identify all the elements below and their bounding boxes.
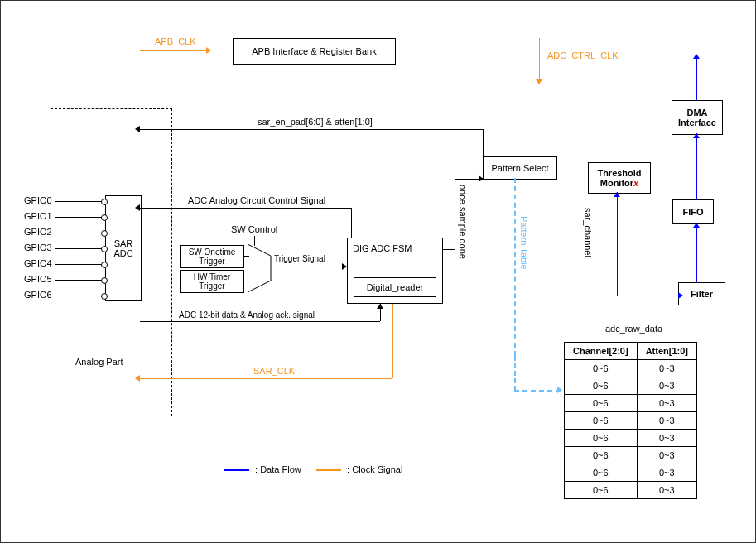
gpio5-label: GPIO5 [24,274,52,284]
pin-circle [101,230,108,237]
fifo-up-arrow [693,133,700,138]
pattern-select-text: Pattern Select [491,163,548,173]
gpio6-label: GPIO6 [24,290,52,300]
dma-out-arrow [693,54,700,59]
gpio1-line [55,217,105,218]
adc-ctrl-clk-label: ADC_CTRL_CLK [547,50,619,60]
pattern-table: Channel[2:0]Atten[1:0] 0~60~3 0~60~3 0~6… [564,342,697,499]
raw-arrow-right [678,292,683,299]
sar-clk-arrow [135,375,140,382]
sarenpad-label: sar_en_pad[6:0] & atten[1:0] [258,117,373,127]
td: 0~6 [565,464,638,482]
legend-clock-text: : Clock Signal [347,464,402,474]
mux-out-line [271,267,342,267]
pattern-dash-v2 [514,356,516,391]
gpio0-label: GPIO0 [24,195,52,205]
apb-interface-block: APB Interface & Register Bank [233,38,396,65]
raw-branch-up2 [580,271,580,296]
pin-circle [101,293,108,300]
adc-analog-arrow [135,204,140,211]
filter-block: Filter [678,282,725,305]
pin-circle [101,199,108,205]
fifo-up-line [696,133,697,199]
dig-fsm-text: DIG ADC FSM [353,243,412,253]
svg-marker-0 [248,244,271,292]
filter-text: Filter [691,289,713,299]
gpio3-label: GPIO3 [24,243,52,252]
th-atten: Atten[1:0] [637,343,696,360]
adc12-label: ADC 12-bit data & Analog ack. signal [179,310,315,320]
hw-timer-block: HW Timer Trigger [180,270,244,293]
gpio4-label: GPIO4 [24,258,52,268]
threshold-up-line [617,192,618,271]
gpio2-line [55,233,105,233]
pin-circle [101,214,108,221]
adc-ctrl-clk-arrow [536,79,542,84]
legend: : Data Flow : Clock Signal [224,464,402,474]
sw-onetime-text: SW Onetime Trigger [189,247,236,266]
th-channel: Channel[2:0] [565,343,638,360]
filter-up-arrow [693,223,700,228]
diagram-canvas: APB_CLK APB Interface & Register Bank AD… [0,0,756,543]
digital-reader-block: Digital_reader [354,277,436,297]
raw-label: adc_raw_data [605,324,662,334]
once-sample-hshort [443,249,455,250]
td: 0~6 [565,482,638,499]
analog-label: Analog Part [75,357,123,367]
digital-reader-text: Digital_reader [367,282,423,292]
td: 0~6 [565,412,638,430]
pin-circle [101,246,108,252]
gpio1-label: GPIO1 [24,211,52,221]
pattern-dash-v [514,178,516,356]
pin-circle [101,262,108,268]
dma-text: DMA Interface [672,108,722,127]
mux-icon [248,244,277,292]
fifo-block: FIFO [672,199,714,224]
dma-out-line [696,59,697,100]
td: 0~3 [637,412,696,430]
once-sample-vline [455,179,455,249]
td: 0~6 [565,377,638,395]
adc12-line [140,321,380,322]
sar-clk-label: SAR_CLK [253,366,295,376]
filter-up-line [696,223,697,282]
legend-data-line [224,469,249,471]
td: 0~3 [637,447,696,464]
sar-clk-vline [392,304,393,378]
td: 0~3 [637,377,696,395]
sw-onetime-block: SW Onetime Trigger [180,245,244,268]
legend-clock-line [316,469,341,471]
sar-clk-hline [140,378,392,379]
gpio2-label: GPIO2 [24,227,52,237]
gpio4-line [55,264,105,265]
pattern-table-label: Pattern Table [519,216,529,270]
gpio3-line [55,248,105,249]
threshold-up-arrow [614,192,620,197]
pin-circle [101,277,108,284]
hw-timer-text: HW Timer Trigger [194,272,230,291]
td: 0~3 [637,482,696,499]
dma-interface-block: DMA Interface [672,100,723,135]
sar-adc-text: SAR ADC [113,238,132,258]
adc-ctrl-clk-line [539,38,540,79]
td: 0~6 [565,395,638,412]
adc-analog-vline [351,208,352,238]
td: 0~6 [565,360,638,377]
sar-channel-label: sar_channel [583,208,593,257]
threshold-monitor-block: Threshold Monitorx [588,162,651,194]
td: 0~3 [637,430,696,447]
legend-data-text: : Data Flow [255,464,301,474]
raw-hline [443,296,680,296]
apb-clk-label: APB_CLK [155,36,196,46]
sarenpad-hline [140,129,483,130]
gpio6-line [55,296,105,296]
once-sample-label: once sample done [458,185,468,259]
apb-clk-line [140,50,206,51]
sarenpad-arrow [135,126,140,132]
threshold-text: Threshold Monitorx [589,168,650,188]
pattern-dash-h1 [514,390,561,392]
once-sample-arrow [479,175,484,182]
gpio5-line [55,280,105,281]
pattern-dash-arrow [557,387,562,393]
pattern-select-block: Pattern Select [483,156,557,180]
